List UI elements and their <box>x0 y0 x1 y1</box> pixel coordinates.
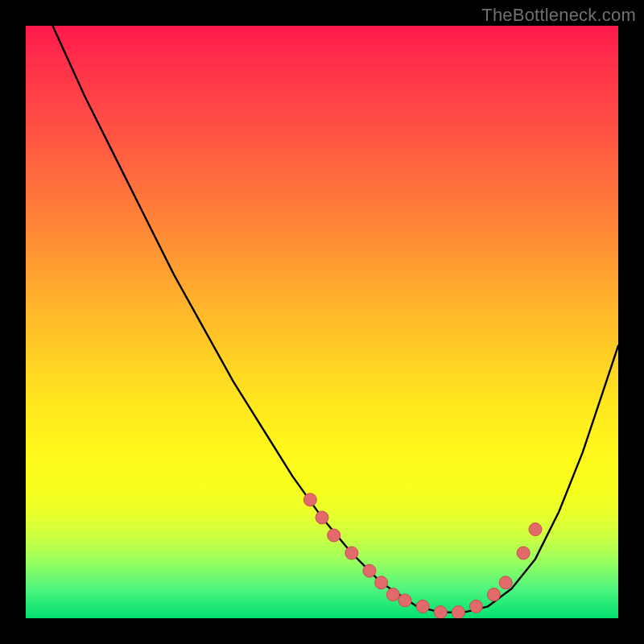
data-dot <box>469 600 482 613</box>
watermark-text: TheBottleneck.com <box>481 5 636 26</box>
data-dot <box>345 547 358 559</box>
data-dot <box>529 523 542 536</box>
plot-area <box>26 26 618 618</box>
data-dot <box>375 576 388 589</box>
data-dot <box>487 588 500 601</box>
data-dot <box>517 547 530 559</box>
dots-group <box>303 493 542 618</box>
data-dot <box>398 594 411 607</box>
data-dot <box>386 588 399 601</box>
data-dot <box>316 511 328 524</box>
data-dot <box>303 493 316 506</box>
data-dot <box>499 576 512 589</box>
chart-frame: TheBottleneck.com <box>0 0 644 644</box>
chart-svg <box>26 26 618 618</box>
data-dot <box>363 564 376 577</box>
data-dot <box>434 606 447 618</box>
data-dot <box>328 529 341 542</box>
data-dot <box>416 600 429 613</box>
data-dot <box>452 606 464 618</box>
